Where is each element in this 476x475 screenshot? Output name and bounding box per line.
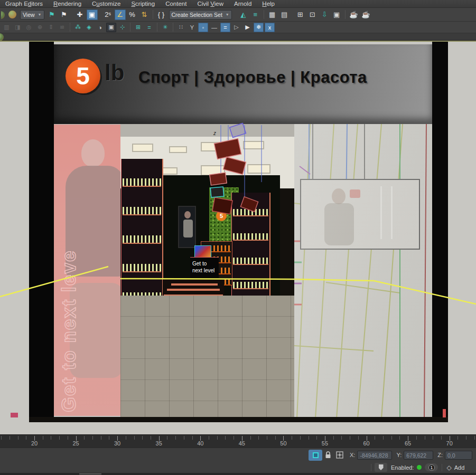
timeline-tick <box>209 436 209 440</box>
timeline-frame-label: 55 <box>322 440 328 446</box>
back-wall-tv[interactable] <box>178 206 196 248</box>
snap-pivot-icon[interactable]: Y <box>187 23 197 32</box>
inactive-tool-6-icon[interactable]: ≌ <box>57 23 67 32</box>
select-and-manipulate-icon[interactable]: ✚ <box>74 10 86 20</box>
align-icon[interactable]: ≡ <box>250 10 261 20</box>
scatter-objects-icon[interactable]: ⁂ <box>73 23 83 32</box>
select-and-place-icon[interactable] <box>8 11 16 18</box>
selection-set-dropdown[interactable]: Create Selection Set▼ <box>169 10 232 20</box>
inactive-tool-1-icon[interactable]: ▥ <box>2 23 12 32</box>
shelf-products <box>123 207 161 214</box>
poster-vertical-text: Get to next leve <box>58 130 80 412</box>
bottom-scroll-strip[interactable] <box>0 473 476 475</box>
selection-lock-icon[interactable] <box>322 450 334 460</box>
grid-align-icon[interactable]: ⊞ <box>133 23 143 32</box>
timeline-tick <box>333 436 334 440</box>
ceiling-light <box>169 146 187 153</box>
timeline-frame-label: 40 <box>197 440 203 446</box>
use-selection-center-icon[interactable]: ⚑ <box>59 10 70 20</box>
snap-vertex-icon[interactable]: ◦ <box>198 23 208 32</box>
status-bar: X:-84946,828Y:679,622Z:0,0 Grid <box>0 448 476 462</box>
inactive-tool-4-icon[interactable]: ⊕ <box>35 23 45 32</box>
use-pivot-center-icon[interactable]: ⚑ <box>46 10 58 20</box>
add-time-tag[interactable]: Add <box>454 464 465 471</box>
coord-field-x: X:-84946,828 <box>350 451 392 460</box>
render-setup-icon[interactable]: ▣ <box>331 10 342 20</box>
layer-explorer-icon[interactable]: ▦ <box>267 10 278 20</box>
angle-snap-icon[interactable]: ∠ <box>115 10 126 20</box>
ceiling-light <box>201 142 224 151</box>
render-production-icon[interactable]: ☕ <box>348 10 359 20</box>
timeline-tick <box>225 436 226 440</box>
scene-security-icon[interactable] <box>375 463 387 472</box>
snap-axis-constraint-icon[interactable]: x <box>265 23 275 32</box>
twin-capsule-icon[interactable]: = <box>144 23 154 32</box>
placement-gizmo-icon[interactable]: ◈ <box>84 23 94 32</box>
menu-item-content[interactable]: Content <box>160 0 192 8</box>
snap-face-icon[interactable]: ▷ <box>231 23 241 32</box>
menu-item-customize[interactable]: Customize <box>87 0 126 8</box>
timeline-frame-label: 20 <box>31 440 38 446</box>
promo-poster[interactable]: Get to next leve <box>54 125 120 416</box>
array-tool-icon[interactable]: ⊹ <box>117 23 127 32</box>
ceiling-light <box>201 165 225 176</box>
snap-normal-icon[interactable]: ▶ <box>242 23 253 32</box>
menu-item-graph-editors[interactable]: Graph Editors <box>0 0 48 8</box>
edit-selection-sets-icon[interactable]: { } <box>156 10 167 20</box>
timeline-ruler[interactable]: 2025303540455055606570 <box>0 434 476 448</box>
menu-item-arnold[interactable]: Arnold <box>229 0 257 8</box>
toolbar-separator <box>70 23 70 32</box>
inactive-tool-5-icon[interactable]: ⇕ <box>46 23 56 32</box>
timeline-tick <box>441 436 442 440</box>
timeline-tick <box>126 436 126 440</box>
scroll-thumb[interactable] <box>79 473 101 474</box>
snap-frozen-icon[interactable]: ❄ <box>254 23 264 32</box>
reference-coordinate-dropdown[interactable]: View▼ <box>20 10 44 20</box>
render-iterative-icon[interactable]: ☕ <box>360 10 371 20</box>
isolate-selection-button[interactable] <box>309 450 322 461</box>
scene-explorer-icon[interactable]: ▤ <box>279 10 290 20</box>
percent-snap-icon[interactable]: % <box>127 10 138 20</box>
material-editor-icon[interactable]: ⇩ <box>319 10 330 20</box>
counter-screen[interactable] <box>194 245 211 258</box>
security-count-badge[interactable]: 1 <box>425 463 438 471</box>
mirror-icon[interactable]: ◭ <box>238 10 249 20</box>
paint-placement-icon[interactable]: ◑ <box>95 23 105 32</box>
viewport[interactable]: 5 lb Спорт | Здоровье | Красота Get to n… <box>0 41 476 434</box>
schematic-view-icon[interactable]: ⊡ <box>307 10 318 20</box>
menu-item-rendering[interactable]: Rendering <box>48 0 87 8</box>
clipped-tool-icon[interactable] <box>1 10 6 20</box>
coord-value-input[interactable]: 679,622 <box>404 451 433 460</box>
radial-array-icon[interactable]: ✳ <box>160 23 170 32</box>
menu-item-scripting[interactable]: Scripting <box>126 0 160 8</box>
coord-value-input[interactable]: -84946,828 <box>357 451 392 460</box>
transform-typein-icon[interactable] <box>334 450 346 460</box>
storefront-sign[interactable]: 5 lb Спорт | Здоровье | Красота <box>54 44 432 124</box>
menu-item-civil-view[interactable]: Civil View <box>192 0 229 8</box>
inactive-tool-2-icon[interactable]: ◨ <box>13 23 23 32</box>
keyboard-override-icon[interactable]: ▣ <box>87 10 98 20</box>
timeline-tick <box>458 436 458 440</box>
coord-label: Z: <box>437 452 443 458</box>
toolbar-separator <box>130 23 130 32</box>
storefront-base <box>29 417 448 422</box>
storefront-left-column[interactable] <box>29 42 54 419</box>
snap-grid-points-icon[interactable]: ∷ <box>176 23 186 32</box>
right-glass-wall[interactable] <box>294 124 432 419</box>
spinner-snap-icon[interactable]: ⇅ <box>139 10 150 20</box>
timeline-tick <box>142 436 143 440</box>
storefront-right-column[interactable] <box>432 42 448 419</box>
shelf-products <box>123 235 161 243</box>
shelf-products <box>233 282 268 288</box>
marquee-select-icon[interactable]: ▣ <box>106 23 116 32</box>
coord-field-z: Z:0,0 <box>437 451 472 460</box>
timeline-tick <box>275 436 276 440</box>
snap-edge-icon[interactable]: — <box>209 23 219 32</box>
menu-item-help[interactable]: Help <box>257 0 280 8</box>
inactive-tool-3-icon[interactable]: ◎ <box>24 23 34 32</box>
snap-midpoint-icon[interactable]: = <box>220 23 230 32</box>
snaps-toggle-icon[interactable]: 2ˢ <box>102 10 114 20</box>
coord-value-input[interactable]: 0,0 <box>445 451 472 460</box>
timeline-tick <box>399 436 400 440</box>
curve-editor-icon[interactable]: ⊞ <box>295 10 306 20</box>
